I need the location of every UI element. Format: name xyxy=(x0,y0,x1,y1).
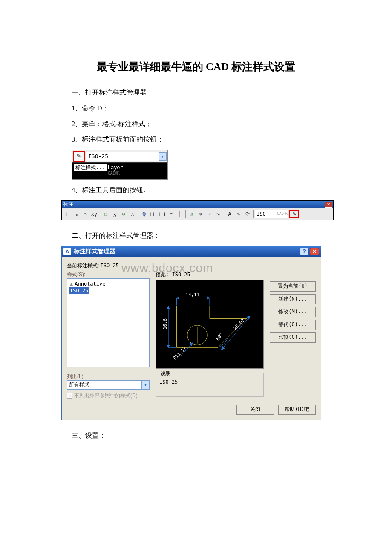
close-button[interactable]: 关闭 xyxy=(236,405,274,415)
dim-continue-icon[interactable]: ⊢⊣ xyxy=(158,210,166,218)
set-current-button[interactable]: 置为当前(U) xyxy=(270,281,316,292)
description-groupbox: 说明 ISO-25 xyxy=(156,373,264,397)
override-button[interactable]: 替代(O)... xyxy=(270,320,316,330)
chevron-down-icon[interactable]: ▾ xyxy=(159,152,166,161)
svg-marker-10 xyxy=(167,345,170,347)
app-icon: A xyxy=(63,248,71,255)
xref-checkbox-row: ✓ 不列出外部参照中的样式(D) xyxy=(67,392,150,399)
dim-arclen-icon[interactable]: ⌒ xyxy=(81,210,89,218)
preview-style: ISO-25 xyxy=(172,272,190,278)
section-1-item-1: 1、命令 D； xyxy=(72,102,332,115)
xref-checkbox-label: 不列出外部参照中的样式(D) xyxy=(74,392,138,399)
dim-left-value: 16,6 xyxy=(162,318,168,330)
new-button[interactable]: 新建(N)... xyxy=(270,294,316,304)
close-icon[interactable]: ✕ xyxy=(310,248,319,255)
list-filter-label: 列出(L): xyxy=(67,373,150,380)
help-button[interactable]: 帮助(H)吧 xyxy=(278,405,316,415)
close-icon[interactable]: ✕ xyxy=(325,202,332,208)
tolerance-icon[interactable]: ⊞ xyxy=(187,210,196,218)
help-icon[interactable]: ? xyxy=(300,248,309,255)
svg-marker-9 xyxy=(167,306,170,309)
tooltip-dimstyle: 标注样式... xyxy=(74,164,107,171)
dim-ordinate-icon[interactable]: xy xyxy=(90,210,98,218)
compare-button[interactable]: 比较(C)... xyxy=(270,332,316,343)
tooltip-layer: Layer xyxy=(108,164,123,171)
section-1-item-3: 3、标注样式面板前面的按钮； xyxy=(72,133,332,146)
inspect-icon[interactable]: ☞ xyxy=(205,210,213,218)
dialog-titlebar: A 标注样式管理器 ? ✕ xyxy=(62,246,321,257)
svg-marker-14 xyxy=(247,316,250,319)
dimstyle-button-icon[interactable]: ✎ xyxy=(73,151,85,162)
dim-edit-icon[interactable]: A xyxy=(225,210,234,218)
preview-pane: 14,11 16,6 28,07 60° R11,17 xyxy=(156,280,264,369)
description-value: ISO-25 xyxy=(159,379,178,385)
toolbar-style-value: ISO xyxy=(257,211,266,217)
toolbar-title: 标注 xyxy=(63,201,73,208)
dim-angle-value: 60° xyxy=(215,332,224,341)
dialog-title: 标注样式管理器 xyxy=(74,248,300,255)
styles-label: 样式(S): xyxy=(67,271,150,278)
toolbar-dimstyle-button[interactable]: ✎ xyxy=(289,210,299,218)
list-item-label: Annotative xyxy=(75,281,105,287)
section-1-item-4: 4、标注工具后面的按钮。 xyxy=(72,184,332,197)
dimstyle-current: ISO-25 xyxy=(86,153,159,159)
jogged-linear-icon[interactable]: ∿ xyxy=(214,210,222,218)
modify-button[interactable]: 修改(M)... xyxy=(270,307,316,317)
dim-space-icon[interactable]: ≡ xyxy=(167,210,175,218)
toolbar-watermark: CAD吧 xyxy=(277,211,288,217)
section-1-item-2: 2、菜单：格式-标注样式； xyxy=(72,118,332,130)
screenshot-dim-toolbar: 标注 ✕ ⊢ ↘ ⌒ xy ◯ ʒ ⊘ △ ℚ ⊢⊢ ⊢⊣ ≡ ┤ ⊞ ⊕ ☞ … xyxy=(61,200,334,220)
svg-line-13 xyxy=(221,316,250,350)
watermark-small: CAD吧 xyxy=(108,171,123,176)
list-filter-dropdown[interactable]: 所有样式 ▾ xyxy=(67,380,150,390)
preview-label: 预览 xyxy=(156,272,166,278)
dim-baseline-icon[interactable]: ⊢⊢ xyxy=(149,210,157,218)
dim-aligned-icon[interactable]: ↘ xyxy=(72,210,81,218)
current-style-value: ISO-25 xyxy=(101,263,119,269)
dim-break-icon[interactable]: ┤ xyxy=(176,210,184,218)
list-item-label: ISO-25 xyxy=(70,288,88,294)
document-title: 最专业最详细最牛逼的 CAD 标注样式设置 xyxy=(60,60,332,74)
dim-top-value: 14,11 xyxy=(186,292,199,298)
center-mark-icon[interactable]: ⊕ xyxy=(196,210,205,218)
xref-checkbox: ✓ xyxy=(67,393,72,399)
dimstyle-dropdown[interactable]: ISO-25 ▾ xyxy=(86,152,167,161)
dim-quick-icon[interactable]: ℚ xyxy=(140,210,148,218)
dim-update-icon[interactable]: ⟳ xyxy=(243,210,252,218)
dim-radius-icon[interactable]: ◯ xyxy=(101,210,110,218)
chevron-down-icon[interactable]: ▾ xyxy=(141,381,149,389)
list-filter-value: 所有样式 xyxy=(69,381,89,388)
toolbar-style-dropdown[interactable]: ISO CAD吧 xyxy=(255,210,288,218)
section-2-heading: 二、打开的标注样式管理器： xyxy=(72,230,332,242)
svg-marker-4 xyxy=(176,297,179,299)
dim-angular-icon[interactable]: △ xyxy=(128,210,137,218)
screenshot-style-panel: ✎ ISO-25 ▾ 标注样式... Layer CAD吧 xyxy=(72,150,168,180)
section-3-heading: 三、设置： xyxy=(72,430,332,442)
section-1-heading: 一、打开标注样式管理器： xyxy=(72,87,332,99)
styles-listbox[interactable]: ▲ Annotative ISO-25 xyxy=(67,278,150,367)
description-label: 说明 xyxy=(159,370,172,377)
annotative-icon: ▲ xyxy=(70,281,73,287)
dim-diameter-icon[interactable]: ⊘ xyxy=(119,210,128,218)
current-style-label: 当前标注样式 xyxy=(67,263,98,269)
dim-jogged-icon[interactable]: ʒ xyxy=(110,210,119,218)
dimstyle-manager-dialog: A 标注样式管理器 ? ✕ www.bdocx.com 当前标注样式: ISO-… xyxy=(61,246,321,420)
dim-linear-icon[interactable]: ⊢ xyxy=(63,210,72,218)
svg-marker-5 xyxy=(207,297,210,299)
list-item[interactable]: ▲ Annotative xyxy=(69,280,147,287)
dim-tedit-icon[interactable]: ✎ xyxy=(234,210,243,218)
list-item[interactable]: ISO-25 xyxy=(69,287,89,294)
